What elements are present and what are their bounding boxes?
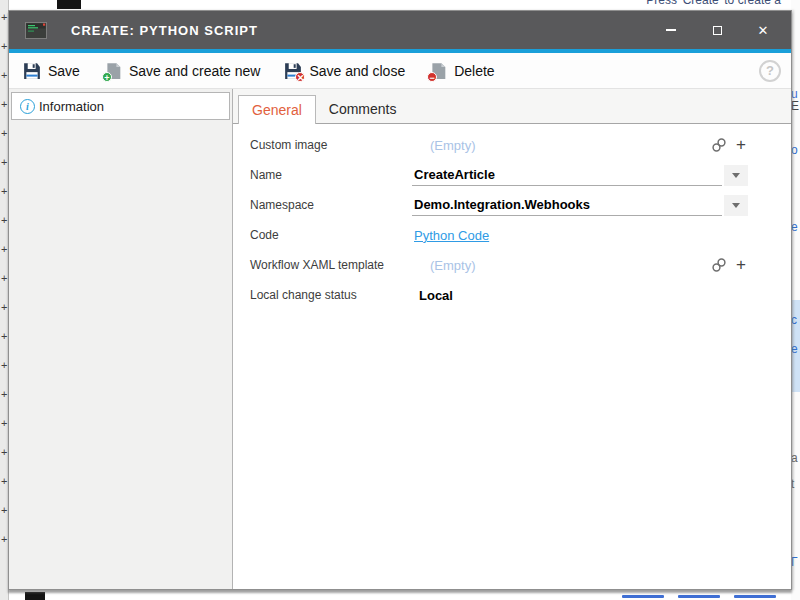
background-expand-fragment: +: [1, 534, 7, 544]
maximize-button[interactable]: [709, 22, 725, 38]
information-label: Information: [39, 99, 104, 114]
python-code-link[interactable]: Python Code: [412, 228, 489, 243]
background-text-fragment: Γ: [791, 556, 800, 568]
background-expand-fragment: +: [1, 99, 7, 109]
form-row-workflow-xaml: Workflow XAML template (Empty) +: [250, 250, 748, 280]
title-bar[interactable]: CREATE: PYTHON SCRIPT ✕: [9, 11, 791, 49]
background-expand-fragment: +: [1, 215, 7, 225]
background-expand-fragment: +: [1, 389, 7, 399]
background-text-fragment: E: [791, 100, 800, 112]
delete-label: Delete: [454, 63, 494, 79]
chevron-down-icon: [732, 203, 740, 208]
field-label: Namespace: [250, 198, 412, 212]
background-text-fragment: t: [791, 478, 800, 490]
background-right-strip: uEoeceatΓ: [791, 0, 800, 600]
background-expand-fragment: +: [1, 157, 7, 167]
save-floppy-icon: [23, 62, 41, 80]
background-expand-fragment: +: [1, 41, 7, 51]
background-expand-fragment: +: [1, 505, 7, 515]
background-expand-fragment: +: [1, 273, 7, 283]
toolbar: Save + Save and create new: [9, 53, 791, 89]
form-row-namespace: Namespace Demo.Integration.Webhooks: [250, 190, 748, 220]
save-button[interactable]: Save: [23, 62, 80, 80]
background-expand-fragment: +: [1, 360, 7, 370]
save-and-create-new-button[interactable]: + Save and create new: [104, 62, 261, 80]
save-label: Save: [48, 63, 80, 79]
empty-placeholder: (Empty): [412, 138, 476, 153]
field-label: Workflow XAML template: [250, 258, 412, 272]
background-expand-fragment: +: [1, 128, 7, 138]
create-python-script-dialog: CREATE: PYTHON SCRIPT ✕ Save: [8, 10, 792, 590]
background-app-top: Press 'Create' to create a: [9, 0, 791, 10]
dialog-title: CREATE: PYTHON SCRIPT: [71, 23, 258, 38]
field-label: Local change status: [250, 288, 412, 302]
background-expand-fragment: +: [1, 302, 7, 312]
chevron-down-icon: [732, 173, 740, 178]
save-and-close-label: Save and close: [309, 63, 405, 79]
tab-general[interactable]: General: [238, 95, 316, 124]
form-row-code: Code Python Code: [250, 220, 748, 250]
form-row-name: Name CreateArticle: [250, 160, 748, 190]
close-button[interactable]: ✕: [755, 22, 771, 38]
namespace-dropdown-button[interactable]: [724, 195, 748, 216]
floppy-close-icon: ✕: [284, 62, 302, 80]
link-object-icon[interactable]: [711, 137, 727, 153]
background-expand-fragment: +: [1, 418, 7, 428]
delete-button[interactable]: − Delete: [429, 62, 494, 80]
document-minus-icon: −: [429, 62, 447, 80]
empty-placeholder: (Empty): [412, 258, 476, 273]
name-value[interactable]: CreateArticle: [412, 165, 722, 186]
background-icon-fragment: [25, 592, 45, 600]
background-expand-fragment: +: [1, 331, 7, 341]
background-link-fragment: [622, 595, 776, 598]
form-row-local-change-status: Local change status Local: [250, 280, 748, 310]
field-label: Custom image: [250, 138, 412, 152]
background-expand-fragment: +: [1, 476, 7, 486]
link-object-icon[interactable]: [711, 257, 727, 273]
local-change-status-value: Local: [412, 288, 453, 303]
document-plus-icon: +: [104, 62, 122, 80]
sidebar-item-information[interactable]: i Information: [11, 92, 230, 120]
workflow-xaml-field[interactable]: (Empty) +: [412, 257, 748, 273]
background-expand-fragment: +: [1, 70, 7, 80]
information-panel: i Information: [9, 89, 233, 589]
field-label: Name: [250, 168, 412, 182]
background-expand-fragment: +: [1, 244, 7, 254]
window-app-icon: [25, 22, 47, 39]
background-text-fragment: o: [791, 144, 800, 156]
background-text-fragment: Press 'Create' to create a: [646, 0, 781, 7]
background-expand-fragment: +: [1, 447, 7, 457]
add-icon[interactable]: +: [734, 137, 748, 153]
namespace-value[interactable]: Demo.Integration.Webhooks: [412, 195, 722, 216]
form-row-custom-image: Custom image (Empty) +: [250, 130, 748, 160]
background-text-fragment: c: [791, 314, 800, 326]
background-expand-fragment: +: [1, 186, 7, 196]
name-field[interactable]: CreateArticle: [412, 165, 748, 186]
help-icon[interactable]: ?: [759, 60, 781, 82]
background-app-bottom: [9, 591, 791, 600]
tab-comments[interactable]: Comments: [316, 95, 410, 123]
save-and-create-new-label: Save and create new: [129, 63, 261, 79]
add-icon[interactable]: +: [734, 257, 748, 273]
general-tab-content: Custom image (Empty) +: [233, 124, 791, 589]
background-icon-fragment: [57, 0, 81, 9]
background-text-fragment: e: [791, 343, 800, 355]
save-and-close-button[interactable]: ✕ Save and close: [284, 62, 405, 80]
background-expand-fragment: +: [1, 12, 7, 22]
background-text-fragment: e: [791, 221, 800, 233]
custom-image-field[interactable]: (Empty) +: [412, 137, 748, 153]
background-text-fragment: a: [791, 452, 800, 464]
field-label: Code: [250, 228, 412, 242]
minimize-button[interactable]: [663, 22, 679, 38]
namespace-field[interactable]: Demo.Integration.Webhooks: [412, 195, 748, 216]
info-icon: i: [20, 99, 35, 114]
name-dropdown-button[interactable]: [724, 165, 748, 186]
tab-strip: General Comments: [233, 89, 791, 124]
